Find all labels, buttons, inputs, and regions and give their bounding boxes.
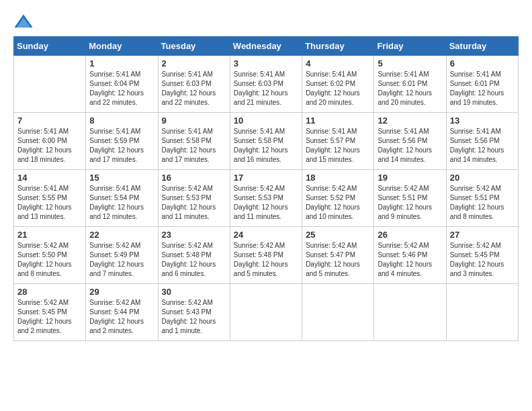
calendar-day-cell: 15Sunrise: 5:41 AM Sunset: 5:54 PM Dayli… — [86, 170, 158, 227]
day-info: Sunrise: 5:42 AM Sunset: 5:44 PM Dayligh… — [89, 298, 154, 336]
calendar-day-cell: 5Sunrise: 5:41 AM Sunset: 6:01 PM Daylig… — [374, 56, 446, 113]
day-number: 23 — [162, 230, 226, 240]
calendar-table: SundayMondayTuesdayWednesdayThursdayFrid… — [13, 36, 519, 341]
day-info: Sunrise: 5:41 AM Sunset: 6:00 PM Dayligh… — [17, 127, 82, 165]
day-number: 6 — [450, 58, 515, 68]
day-number: 19 — [378, 173, 442, 183]
logo-icon — [13, 13, 34, 30]
day-info: Sunrise: 5:42 AM Sunset: 5:45 PM Dayligh… — [450, 241, 515, 279]
calendar-day-cell: 26Sunrise: 5:42 AM Sunset: 5:46 PM Dayli… — [374, 227, 446, 284]
day-number: 14 — [17, 173, 82, 183]
day-info: Sunrise: 5:42 AM Sunset: 5:52 PM Dayligh… — [306, 184, 370, 222]
weekday-header-cell: Saturday — [446, 37, 518, 56]
day-info: Sunrise: 5:41 AM Sunset: 5:58 PM Dayligh… — [162, 127, 226, 165]
calendar-day-cell — [230, 284, 302, 341]
day-info: Sunrise: 5:41 AM Sunset: 6:02 PM Dayligh… — [306, 70, 370, 107]
calendar-week-row: 14Sunrise: 5:41 AM Sunset: 5:55 PM Dayli… — [14, 170, 519, 227]
day-info: Sunrise: 5:41 AM Sunset: 5:55 PM Dayligh… — [17, 184, 82, 222]
calendar-week-row: 1Sunrise: 5:41 AM Sunset: 6:04 PM Daylig… — [14, 56, 519, 113]
calendar-day-cell: 28Sunrise: 5:42 AM Sunset: 5:45 PM Dayli… — [14, 284, 86, 341]
calendar-day-cell: 21Sunrise: 5:42 AM Sunset: 5:50 PM Dayli… — [14, 227, 86, 284]
day-number: 7 — [17, 116, 82, 126]
day-number: 8 — [89, 116, 154, 126]
day-info: Sunrise: 5:41 AM Sunset: 5:56 PM Dayligh… — [378, 127, 442, 165]
day-number: 28 — [17, 287, 82, 297]
calendar-day-cell: 19Sunrise: 5:42 AM Sunset: 5:51 PM Dayli… — [374, 170, 446, 227]
day-info: Sunrise: 5:41 AM Sunset: 5:58 PM Dayligh… — [234, 127, 298, 165]
calendar-week-row: 21Sunrise: 5:42 AM Sunset: 5:50 PM Dayli… — [14, 227, 519, 284]
calendar-day-cell: 24Sunrise: 5:42 AM Sunset: 5:48 PM Dayli… — [230, 227, 302, 284]
calendar-day-cell: 7Sunrise: 5:41 AM Sunset: 6:00 PM Daylig… — [14, 113, 86, 170]
day-info: Sunrise: 5:41 AM Sunset: 6:01 PM Dayligh… — [378, 70, 442, 107]
day-info: Sunrise: 5:42 AM Sunset: 5:43 PM Dayligh… — [162, 298, 226, 336]
calendar-week-row: 7Sunrise: 5:41 AM Sunset: 6:00 PM Daylig… — [14, 113, 519, 170]
calendar-day-cell: 16Sunrise: 5:42 AM Sunset: 5:53 PM Dayli… — [158, 170, 230, 227]
calendar-day-cell: 13Sunrise: 5:41 AM Sunset: 5:56 PM Dayli… — [446, 113, 518, 170]
calendar-day-cell: 14Sunrise: 5:41 AM Sunset: 5:55 PM Dayli… — [14, 170, 86, 227]
weekday-header-row: SundayMondayTuesdayWednesdayThursdayFrid… — [14, 37, 519, 56]
calendar-day-cell: 2Sunrise: 5:41 AM Sunset: 6:03 PM Daylig… — [158, 56, 230, 113]
calendar-body: 1Sunrise: 5:41 AM Sunset: 6:04 PM Daylig… — [14, 56, 519, 341]
calendar-day-cell: 25Sunrise: 5:42 AM Sunset: 5:47 PM Dayli… — [302, 227, 374, 284]
day-number: 21 — [17, 230, 82, 240]
calendar-day-cell: 10Sunrise: 5:41 AM Sunset: 5:58 PM Dayli… — [230, 113, 302, 170]
calendar-day-cell: 3Sunrise: 5:41 AM Sunset: 6:03 PM Daylig… — [230, 56, 302, 113]
day-info: Sunrise: 5:42 AM Sunset: 5:47 PM Dayligh… — [306, 241, 370, 279]
calendar-day-cell: 22Sunrise: 5:42 AM Sunset: 5:49 PM Dayli… — [86, 227, 158, 284]
day-info: Sunrise: 5:41 AM Sunset: 5:56 PM Dayligh… — [450, 127, 515, 165]
day-info: Sunrise: 5:41 AM Sunset: 5:57 PM Dayligh… — [306, 127, 370, 165]
day-info: Sunrise: 5:42 AM Sunset: 5:53 PM Dayligh… — [234, 184, 298, 222]
day-info: Sunrise: 5:42 AM Sunset: 5:45 PM Dayligh… — [17, 298, 82, 336]
day-number: 18 — [306, 173, 370, 183]
day-number: 22 — [89, 230, 154, 240]
calendar-day-cell: 1Sunrise: 5:41 AM Sunset: 6:04 PM Daylig… — [86, 56, 158, 113]
calendar-day-cell: 12Sunrise: 5:41 AM Sunset: 5:56 PM Dayli… — [374, 113, 446, 170]
day-info: Sunrise: 5:41 AM Sunset: 6:04 PM Dayligh… — [89, 70, 154, 107]
calendar-day-cell — [14, 56, 86, 113]
day-info: Sunrise: 5:41 AM Sunset: 5:54 PM Dayligh… — [89, 184, 154, 222]
day-number: 2 — [162, 58, 226, 68]
day-number: 5 — [378, 58, 442, 68]
day-number: 26 — [378, 230, 442, 240]
calendar-day-cell: 17Sunrise: 5:42 AM Sunset: 5:53 PM Dayli… — [230, 170, 302, 227]
day-info: Sunrise: 5:42 AM Sunset: 5:53 PM Dayligh… — [162, 184, 226, 222]
weekday-header-cell: Sunday — [14, 37, 86, 56]
day-number: 27 — [450, 230, 515, 240]
day-number: 30 — [162, 287, 226, 297]
calendar-day-cell: 9Sunrise: 5:41 AM Sunset: 5:58 PM Daylig… — [158, 113, 230, 170]
calendar-day-cell: 6Sunrise: 5:41 AM Sunset: 6:01 PM Daylig… — [446, 56, 518, 113]
weekday-header-cell: Monday — [86, 37, 158, 56]
day-info: Sunrise: 5:41 AM Sunset: 6:03 PM Dayligh… — [162, 70, 226, 107]
day-info: Sunrise: 5:42 AM Sunset: 5:50 PM Dayligh… — [17, 241, 82, 279]
calendar-day-cell: 18Sunrise: 5:42 AM Sunset: 5:52 PM Dayli… — [302, 170, 374, 227]
day-number: 29 — [89, 287, 154, 297]
calendar-day-cell: 11Sunrise: 5:41 AM Sunset: 5:57 PM Dayli… — [302, 113, 374, 170]
day-number: 20 — [450, 173, 515, 183]
day-number: 12 — [378, 116, 442, 126]
day-number: 13 — [450, 116, 515, 126]
weekday-header-cell: Tuesday — [158, 37, 230, 56]
day-info: Sunrise: 5:42 AM Sunset: 5:51 PM Dayligh… — [450, 184, 515, 222]
calendar-day-cell: 30Sunrise: 5:42 AM Sunset: 5:43 PM Dayli… — [158, 284, 230, 341]
weekday-header-cell: Thursday — [302, 37, 374, 56]
day-number: 24 — [234, 230, 298, 240]
day-number: 16 — [162, 173, 226, 183]
calendar-day-cell — [374, 284, 446, 341]
day-info: Sunrise: 5:42 AM Sunset: 5:51 PM Dayligh… — [378, 184, 442, 222]
weekday-header-cell: Wednesday — [230, 37, 302, 56]
page-header — [13, 13, 519, 30]
weekday-header-cell: Friday — [374, 37, 446, 56]
calendar-day-cell: 8Sunrise: 5:41 AM Sunset: 5:59 PM Daylig… — [86, 113, 158, 170]
day-number: 11 — [306, 116, 370, 126]
calendar-day-cell — [302, 284, 374, 341]
calendar-day-cell: 27Sunrise: 5:42 AM Sunset: 5:45 PM Dayli… — [446, 227, 518, 284]
calendar-day-cell: 29Sunrise: 5:42 AM Sunset: 5:44 PM Dayli… — [86, 284, 158, 341]
day-info: Sunrise: 5:42 AM Sunset: 5:46 PM Dayligh… — [378, 241, 442, 279]
day-number: 9 — [162, 116, 226, 126]
day-number: 17 — [234, 173, 298, 183]
calendar-day-cell: 23Sunrise: 5:42 AM Sunset: 5:48 PM Dayli… — [158, 227, 230, 284]
day-info: Sunrise: 5:42 AM Sunset: 5:48 PM Dayligh… — [234, 241, 298, 279]
calendar-day-cell — [446, 284, 518, 341]
day-info: Sunrise: 5:41 AM Sunset: 6:01 PM Dayligh… — [450, 70, 515, 107]
day-number: 4 — [306, 58, 370, 68]
